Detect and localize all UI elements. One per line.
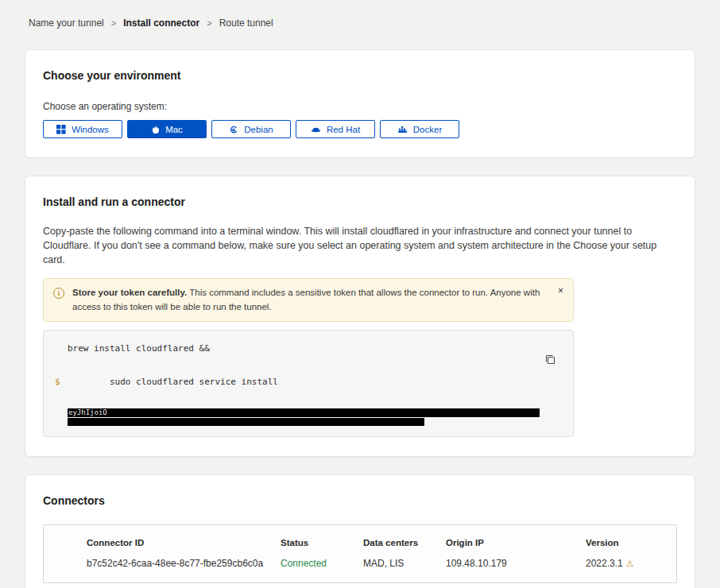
windows-icon	[56, 125, 66, 134]
docker-icon	[397, 126, 408, 133]
install-card: Install and run a connector Copy-paste t…	[25, 176, 695, 457]
token-prefix: eyJhIjoiO	[68, 408, 107, 416]
os-button-windows[interactable]: Windows	[43, 120, 122, 138]
cell-data-centers: MAD, LIS	[363, 558, 446, 569]
os-button-debian[interactable]: Debian	[211, 120, 291, 138]
token-warning-banner: i Store your token carefully. This comma…	[43, 278, 574, 322]
connectors-card: Connectors Connector ID Status Data cent…	[25, 474, 695, 588]
cell-version: 2022.3.1⚠	[586, 558, 660, 569]
environment-card: Choose your environment Choose an operat…	[25, 49, 695, 158]
os-button-label: Docker	[413, 125, 442, 134]
shell-prompt: $	[55, 373, 60, 390]
info-icon: i	[53, 288, 64, 299]
os-select-label: Choose an operating system:	[43, 101, 677, 112]
os-button-docker[interactable]: Docker	[380, 120, 459, 138]
redacted-token-bar-2	[68, 418, 424, 426]
connectors-table: Connector ID Status Data centers Origin …	[43, 524, 677, 583]
version-value: 2022.3.1	[586, 558, 623, 569]
col-header-data-centers: Data centers	[363, 538, 446, 547]
os-button-mac[interactable]: Mac	[127, 120, 207, 138]
install-description: Copy-paste the following command into a …	[43, 224, 677, 267]
code-line-1: brew install cloudflared &&	[68, 340, 538, 357]
close-icon[interactable]: ×	[558, 286, 563, 296]
apple-icon	[151, 125, 160, 134]
col-header-connector-id: Connector ID	[87, 538, 281, 547]
os-button-label: Debian	[244, 125, 273, 134]
col-header-status: Status	[281, 538, 363, 547]
version-warning-icon: ⚠	[626, 559, 634, 568]
redacted-token-bar-1: eyJhIjoiO	[68, 408, 540, 417]
install-card-title: Install and run a connector	[43, 195, 677, 208]
os-button-label: Mac	[165, 125, 183, 134]
page: Name your tunnel > Install connector > R…	[0, 0, 720, 588]
col-header-origin-ip: Origin IP	[446, 538, 586, 547]
connectors-card-title: Connectors	[43, 494, 677, 507]
cell-connector-id: b7c52c42-6caa-48ee-8c77-fbe259cb6c0a	[87, 558, 281, 569]
status-badge: Connected	[281, 558, 363, 569]
environment-card-title: Choose your environment	[43, 69, 677, 82]
debian-icon	[229, 125, 238, 134]
install-command-codeblock: brew install cloudflared && $sudo cloudf…	[43, 330, 574, 437]
code-line-2-text: sudo cloudflared service install	[110, 377, 278, 387]
os-button-redhat[interactable]: Red Hat	[296, 120, 375, 138]
breadcrumb: Name your tunnel > Install connector > R…	[29, 17, 695, 29]
copy-icon[interactable]	[545, 354, 555, 367]
token-warning-text: Store your token carefully. This command…	[72, 286, 544, 314]
token-warning-bold: Store your token carefully.	[72, 288, 187, 297]
breadcrumb-separator: >	[207, 18, 211, 28]
breadcrumb-step-install-connector[interactable]: Install connector	[123, 17, 199, 29]
os-button-label: Red Hat	[327, 125, 360, 134]
code-line-2: $sudo cloudflared service install	[68, 357, 538, 407]
breadcrumb-step-name-your-tunnel[interactable]: Name your tunnel	[29, 17, 104, 29]
col-header-version: Version	[586, 538, 660, 547]
breadcrumb-separator: >	[111, 18, 116, 28]
table-row: b7c52c42-6caa-48ee-8c77-fbe259cb6c0a Con…	[87, 558, 660, 569]
redhat-icon	[311, 125, 321, 133]
os-button-row: Windows Mac Debian Red Hat Docker	[43, 120, 677, 138]
os-button-label: Windows	[72, 125, 109, 134]
connectors-table-header: Connector ID Status Data centers Origin …	[87, 538, 660, 547]
cell-origin-ip: 109.48.10.179	[446, 558, 586, 569]
breadcrumb-step-route-tunnel[interactable]: Route tunnel	[219, 17, 273, 29]
